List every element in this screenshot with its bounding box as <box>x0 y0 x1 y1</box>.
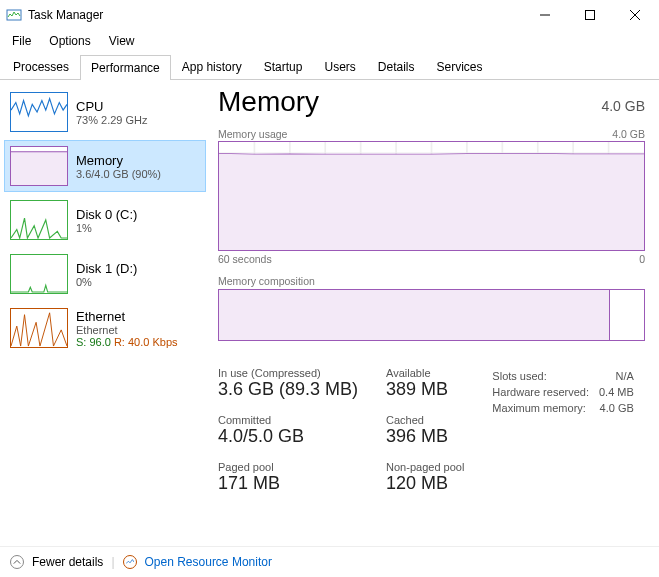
in-use-label: In use (Compressed) <box>218 367 358 379</box>
paged-label: Paged pool <box>218 461 358 473</box>
usage-chart-label: Memory usage <box>218 128 287 140</box>
tab-performance[interactable]: Performance <box>80 55 171 80</box>
cached-label: Cached <box>386 414 464 426</box>
menubar: File Options View <box>0 30 659 52</box>
window-title: Task Manager <box>28 8 522 22</box>
disk1-title: Disk 1 (D:) <box>76 261 137 276</box>
chevron-up-icon[interactable] <box>10 555 24 569</box>
max-memory-value: 4.0 GB <box>595 401 638 415</box>
memory-capacity: 4.0 GB <box>601 98 645 114</box>
menu-view[interactable]: View <box>101 32 143 50</box>
menu-options[interactable]: Options <box>41 32 98 50</box>
axis-left: 60 seconds <box>218 253 272 265</box>
svg-rect-5 <box>11 152 67 185</box>
sidebar-item-disk0[interactable]: Disk 0 (C:) 1% <box>4 194 206 246</box>
app-icon <box>6 7 22 23</box>
paged-value: 171 MB <box>218 473 358 494</box>
close-button[interactable] <box>612 0 657 30</box>
tab-strip: Processes Performance App history Startu… <box>0 54 659 80</box>
usage-chart <box>218 141 645 251</box>
sidebar: CPU 73% 2.29 GHz Memory 3.6/4.0 GB (90%)… <box>0 80 210 546</box>
hw-reserved-value: 0.4 MB <box>595 385 638 399</box>
minimize-button[interactable] <box>522 0 567 30</box>
stats-block: In use (Compressed) 3.6 GB (89.3 MB) Ava… <box>218 367 645 494</box>
cpu-sub: 73% 2.29 GHz <box>76 114 148 126</box>
page-title: Memory <box>218 86 319 118</box>
fewer-details-link[interactable]: Fewer details <box>32 555 103 569</box>
disk1-thumb-icon <box>10 254 68 294</box>
tab-startup[interactable]: Startup <box>253 54 314 79</box>
sidebar-item-memory[interactable]: Memory 3.6/4.0 GB (90%) <box>4 140 206 192</box>
svg-marker-26 <box>219 153 644 250</box>
slots-value: N/A <box>595 369 638 383</box>
max-memory-label: Maximum memory: <box>488 401 593 415</box>
disk0-thumb-icon <box>10 200 68 240</box>
sidebar-item-cpu[interactable]: CPU 73% 2.29 GHz <box>4 86 206 138</box>
menu-file[interactable]: File <box>4 32 39 50</box>
committed-value: 4.0/5.0 GB <box>218 426 358 447</box>
available-label: Available <box>386 367 464 379</box>
maximize-button[interactable] <box>567 0 612 30</box>
tab-app-history[interactable]: App history <box>171 54 253 79</box>
memory-sub: 3.6/4.0 GB (90%) <box>76 168 161 180</box>
cpu-thumb-icon <box>10 92 68 132</box>
committed-label: Committed <box>218 414 358 426</box>
open-resource-monitor-link[interactable]: Open Resource Monitor <box>145 555 272 569</box>
tab-processes[interactable]: Processes <box>2 54 80 79</box>
sidebar-item-ethernet[interactable]: Ethernet Ethernet S: 96.0 R: 40.0 Kbps <box>4 302 206 354</box>
in-use-value: 3.6 GB (89.3 MB) <box>218 379 358 400</box>
slots-label: Slots used: <box>488 369 593 383</box>
sidebar-item-disk1[interactable]: Disk 1 (D:) 0% <box>4 248 206 300</box>
main-panel: Memory 4.0 GB Memory usage 4.0 GB 60 sec… <box>210 80 659 546</box>
ethernet-title: Ethernet <box>76 309 178 324</box>
resmon-icon <box>123 555 137 569</box>
separator: | <box>111 555 114 569</box>
nonpaged-value: 120 MB <box>386 473 464 494</box>
hw-reserved-label: Hardware reserved: <box>488 385 593 399</box>
composition-fill <box>219 290 610 340</box>
titlebar: Task Manager <box>0 0 659 30</box>
disk0-title: Disk 0 (C:) <box>76 207 137 222</box>
cpu-title: CPU <box>76 99 148 114</box>
content: CPU 73% 2.29 GHz Memory 3.6/4.0 GB (90%)… <box>0 80 659 546</box>
available-value: 389 MB <box>386 379 464 400</box>
memory-title: Memory <box>76 153 161 168</box>
footer: Fewer details | Open Resource Monitor <box>0 546 659 577</box>
axis-right: 0 <box>639 253 645 265</box>
ethernet-sub2: S: 96.0 R: 40.0 Kbps <box>76 336 178 348</box>
tab-details[interactable]: Details <box>367 54 426 79</box>
tab-services[interactable]: Services <box>426 54 494 79</box>
cached-value: 396 MB <box>386 426 464 447</box>
ethernet-sub1: Ethernet <box>76 324 178 336</box>
ethernet-thumb-icon <box>10 308 68 348</box>
window-controls <box>522 0 657 30</box>
composition-label: Memory composition <box>218 275 645 287</box>
disk1-sub: 0% <box>76 276 137 288</box>
nonpaged-label: Non-paged pool <box>386 461 464 473</box>
composition-chart <box>218 289 645 341</box>
tab-users[interactable]: Users <box>313 54 366 79</box>
svg-rect-2 <box>585 11 594 20</box>
disk0-sub: 1% <box>76 222 137 234</box>
memory-thumb-icon <box>10 146 68 186</box>
usage-chart-max: 4.0 GB <box>612 128 645 140</box>
